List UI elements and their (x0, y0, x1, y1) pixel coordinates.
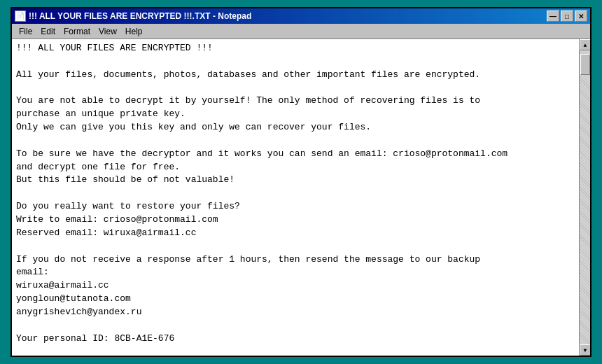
scroll-down-button[interactable]: ▼ (580, 344, 590, 356)
scroll-thumb[interactable] (580, 54, 590, 75)
menu-view[interactable]: View (94, 25, 121, 38)
title-bar-left: 📄 !!! ALL YOUR FILES ARE ENCRYPTED !!!.T… (15, 10, 251, 22)
menu-format[interactable]: Format (59, 25, 94, 38)
scroll-up-arrow: ▲ (584, 42, 587, 48)
menu-file[interactable]: File (15, 25, 36, 38)
text-content[interactable]: !!! ALL YOUR FILES ARE ENCRYPTED !!! All… (12, 39, 579, 356)
menu-help[interactable]: Help (121, 25, 147, 38)
menu-edit[interactable]: Edit (36, 25, 59, 38)
title-bar: 📄 !!! ALL YOUR FILES ARE ENCRYPTED !!!.T… (12, 8, 590, 24)
scroll-up-button[interactable]: ▲ (580, 39, 590, 50)
close-button[interactable]: ✕ (575, 10, 587, 22)
editor-area: !!! ALL YOUR FILES ARE ENCRYPTED !!! All… (12, 39, 590, 356)
menu-bar: File Edit Format View Help (12, 24, 590, 39)
notepad-window: 📄 !!! ALL YOUR FILES ARE ENCRYPTED !!!.T… (10, 7, 592, 357)
title-buttons: — □ ✕ (547, 10, 587, 22)
minimize-button[interactable]: — (547, 10, 559, 22)
window-title: !!! ALL YOUR FILES ARE ENCRYPTED !!!.TXT… (29, 11, 251, 21)
scroll-down-arrow: ▼ (584, 347, 587, 354)
maximize-button[interactable]: □ (561, 10, 573, 22)
app-icon: 📄 (15, 10, 26, 22)
vertical-scrollbar[interactable]: ▲ ▼ (579, 39, 590, 356)
scroll-track[interactable] (580, 50, 590, 344)
